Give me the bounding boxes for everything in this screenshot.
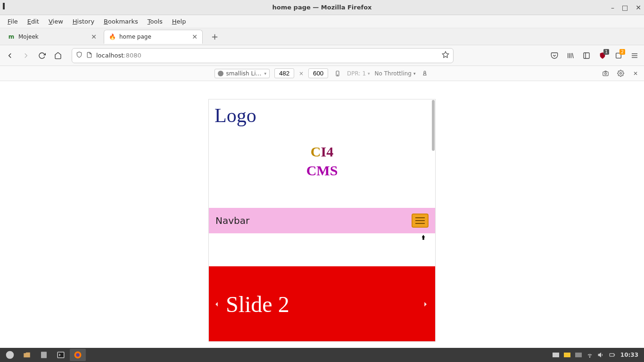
tray-icon[interactable]: [564, 353, 570, 357]
svg-rect-25: [610, 354, 614, 356]
touch-icon[interactable]: [420, 69, 429, 78]
menu-bookmarks[interactable]: Bookmarks: [100, 16, 142, 27]
network-icon[interactable]: [586, 352, 593, 358]
reload-button[interactable]: [37, 50, 47, 61]
pocket-icon[interactable]: [550, 51, 559, 60]
page-header: Logo CI4 CMS: [209, 99, 435, 179]
window-titlebar: home page — Mozilla Firefox – □ ✕: [0, 0, 644, 15]
mouse-cursor: [420, 233, 427, 244]
bookmark-star-icon[interactable]: [442, 51, 449, 60]
brand-block: CI4 CMS: [215, 144, 429, 179]
library-icon[interactable]: [566, 51, 575, 60]
text-editor-button[interactable]: [36, 349, 52, 361]
rdm-height-input[interactable]: [308, 68, 328, 78]
hamburger-line: [415, 217, 425, 218]
clock[interactable]: 10:33: [620, 352, 638, 358]
new-tab-button[interactable]: +: [208, 31, 221, 42]
window-title: home page — Mozilla Firefox: [272, 4, 372, 11]
rdm-width-input[interactable]: [274, 68, 294, 78]
device-viewport: Logo CI4 CMS Navbar Slide 2: [208, 99, 436, 342]
svg-point-14: [604, 73, 606, 74]
hamburger-menu-icon[interactable]: [630, 51, 639, 60]
url-host: localhost: [96, 52, 124, 59]
forward-button[interactable]: [21, 50, 31, 61]
rdm-toolbar: smallish Li… ▾ × DPR: 1 ▾ No Throttling …: [0, 66, 644, 81]
firefox-button[interactable]: [70, 349, 86, 361]
app-icon: [3, 3, 5, 9]
svg-point-15: [619, 73, 621, 74]
site-logo[interactable]: Logo: [215, 104, 429, 127]
window-close-button[interactable]: ✕: [636, 4, 641, 11]
tab-label: Mojeek: [18, 33, 87, 40]
file-manager-button[interactable]: [19, 349, 35, 361]
firefox-icon: [218, 71, 223, 76]
rdm-x-label: ×: [299, 70, 304, 77]
tab-close-button[interactable]: ✕: [91, 33, 97, 41]
svg-marker-17: [424, 302, 427, 306]
url-bar[interactable]: localhost:8080: [72, 48, 454, 63]
chevron-down-icon: ▾: [264, 71, 267, 76]
scrollbar-thumb[interactable]: [432, 100, 435, 151]
ublock-icon[interactable]: 1: [598, 51, 607, 60]
rdm-dpr-label: DPR: 1: [347, 70, 366, 77]
svg-marker-24: [598, 353, 601, 357]
svg-point-12: [338, 74, 338, 75]
start-menu-button[interactable]: [2, 349, 18, 361]
svg-marker-16: [215, 302, 218, 306]
menu-history[interactable]: History: [69, 16, 98, 27]
shield-icon: [76, 51, 83, 59]
navbar-brand[interactable]: Navbar: [215, 215, 249, 226]
battery-icon[interactable]: [609, 352, 616, 358]
sidebar-icon[interactable]: [582, 51, 591, 60]
settings-icon[interactable]: [616, 69, 625, 78]
rotate-icon[interactable]: [333, 69, 342, 78]
window-minimize-button[interactable]: –: [611, 4, 614, 11]
favicon-mojeek: m: [8, 33, 15, 40]
brand-line1: CI4: [215, 144, 429, 160]
tab-strip: m Mojeek ✕ 🔥 home page ✕ +: [0, 28, 644, 45]
brand-cms: CMS: [215, 163, 429, 179]
url-text: localhost:8080: [96, 52, 141, 59]
volume-icon[interactable]: [598, 352, 604, 358]
rdm-close-button[interactable]: ✕: [631, 69, 640, 78]
rdm-throttling-label: No Throttling: [375, 70, 412, 77]
svg-marker-0: [442, 51, 448, 58]
system-tray: 10:33: [553, 352, 642, 358]
navbar-toggle-button[interactable]: [412, 214, 429, 228]
tab-home-page[interactable]: 🔥 home page ✕: [104, 30, 203, 44]
nav-toolbar: localhost:8080 1 2: [0, 45, 644, 66]
home-button[interactable]: [53, 50, 63, 61]
tab-label: home page: [119, 33, 188, 40]
badge: 1: [603, 49, 609, 55]
terminal-button[interactable]: [53, 349, 69, 361]
menu-file[interactable]: File: [4, 16, 22, 27]
menu-tools[interactable]: Tools: [144, 16, 166, 27]
svg-point-23: [589, 357, 590, 357]
carousel-slide: Slide 2: [209, 266, 435, 342]
window-maximize-button[interactable]: □: [622, 4, 628, 11]
tab-mojeek[interactable]: m Mojeek ✕: [3, 30, 102, 44]
back-button[interactable]: [5, 50, 15, 61]
svg-rect-13: [603, 72, 608, 75]
rdm-dpr-select[interactable]: DPR: 1 ▾: [347, 70, 370, 77]
page-navbar: Navbar: [209, 208, 435, 233]
rdm-throttling-select[interactable]: No Throttling ▾: [375, 70, 416, 77]
menu-view[interactable]: View: [45, 16, 67, 27]
tray-icon[interactable]: [553, 353, 559, 357]
carousel-next-button[interactable]: [422, 298, 429, 310]
svg-rect-5: [584, 53, 589, 58]
menu-edit[interactable]: Edit: [24, 16, 43, 27]
tray-icon[interactable]: [575, 353, 582, 357]
hamburger-line: [415, 220, 425, 221]
favicon-codeigniter: 🔥: [109, 33, 116, 40]
svg-line-4: [572, 53, 573, 58]
menu-help[interactable]: Help: [168, 16, 190, 27]
tab-close-button[interactable]: ✕: [192, 33, 198, 41]
svg-rect-20: [58, 352, 64, 358]
screenshot-icon[interactable]: [601, 69, 610, 78]
svg-rect-19: [41, 352, 47, 358]
rdm-device-select[interactable]: smallish Li… ▾: [215, 69, 270, 78]
extensions-icon[interactable]: 2: [614, 51, 623, 60]
carousel-prev-button[interactable]: [214, 298, 220, 310]
svg-point-18: [6, 351, 14, 359]
